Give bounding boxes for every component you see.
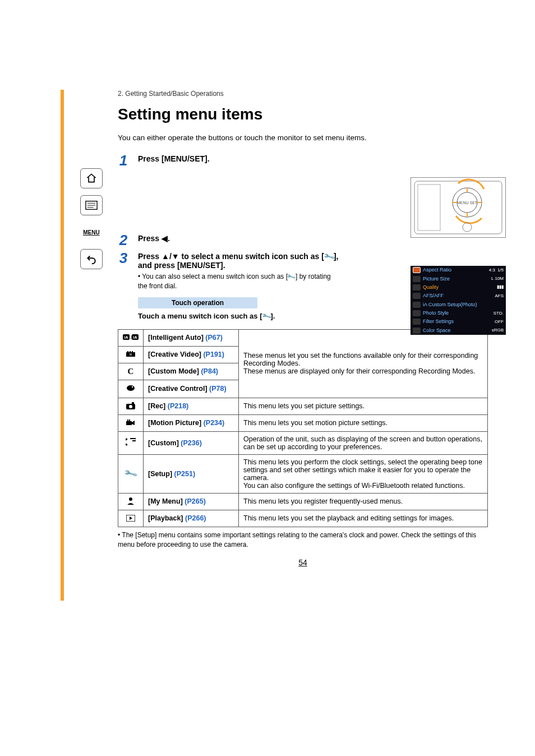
- menu-description: Operation of the unit, such as displayin…: [239, 431, 488, 454]
- step-number: 1: [118, 153, 129, 168]
- creative-control-icon: [118, 380, 144, 398]
- menu-table: iA/iA [Intelligent Auto] (P67) These men…: [118, 329, 488, 527]
- step-3-title: Press ▲/▼ to select a menu switch icon s…: [138, 252, 340, 270]
- menu-text-icon[interactable]: MENU: [80, 222, 103, 242]
- step-3-note: You can also select a menu switch icon s…: [138, 272, 340, 292]
- motion-picture-icon: [118, 414, 144, 431]
- step-number: 2: [118, 233, 129, 247]
- svg-rect-10: [127, 351, 128, 352]
- svg-text:iA: iA: [124, 335, 128, 339]
- page-ref-link[interactable]: (P84): [201, 367, 218, 375]
- rec-icon: [118, 398, 144, 414]
- menu-screen-row: Color SpacesRGB: [411, 326, 506, 335]
- svg-point-15: [132, 386, 133, 388]
- playback-icon: [118, 510, 144, 527]
- menu-screen-row: Aspect Ratio4:31/5: [411, 266, 506, 274]
- menu-description: This menu lets you set motion picture se…: [239, 414, 488, 431]
- table-row: [Rec] (P218): [144, 398, 239, 414]
- step-number: 3: [118, 251, 129, 265]
- menu-screen-row: Quality▮▮▮: [411, 283, 506, 292]
- custom-icon: [118, 431, 144, 454]
- menu-description: This menu lets you set picture settings.: [239, 398, 488, 414]
- table-row: [Setup] (P251): [144, 454, 239, 493]
- svg-point-14: [127, 385, 135, 391]
- sidebar-nav: MENU: [79, 168, 104, 269]
- page-ref-link[interactable]: (P251): [174, 470, 196, 478]
- svg-rect-20: [127, 420, 128, 421]
- svg-rect-11: [130, 351, 131, 352]
- svg-text:MENU SET: MENU SET: [457, 201, 478, 205]
- group-description: These menus let you set the functions av…: [239, 329, 488, 398]
- menu-description: This menu lets you set the playback and …: [239, 510, 488, 527]
- menu-screen-row: Photo StyleSTD.: [411, 309, 506, 317]
- svg-point-18: [129, 405, 132, 408]
- svg-rect-25: [418, 185, 440, 231]
- table-row: [My Menu] (P265): [144, 493, 239, 510]
- page-ref-link[interactable]: (P191): [203, 351, 224, 358]
- menu-screenshot: Aspect Ratio4:31/5Picture SizeL 10MQuali…: [411, 266, 506, 335]
- menu-description: This menu lets you register frequently-u…: [239, 493, 488, 510]
- table-row: [Intelligent Auto] (P67): [144, 329, 239, 346]
- menu-screen-row: iA Custom Setup(Photo): [411, 301, 506, 309]
- touch-instruction: Touch a menu switch icon such as [🔧].: [138, 312, 340, 320]
- page-title: Setting menu items: [118, 105, 488, 123]
- page-ref-link[interactable]: (P265): [185, 497, 206, 505]
- camera-illustration: MENU SET: [411, 177, 506, 238]
- table-row: [Creative Control] (P78): [144, 380, 239, 398]
- home-icon[interactable]: [80, 168, 103, 188]
- custom-mode-icon: C: [118, 363, 144, 380]
- table-row: [Custom Mode] (P84): [144, 363, 239, 380]
- svg-rect-12: [132, 351, 133, 352]
- table-row: [Custom] (P236): [144, 431, 239, 454]
- step-1-title: Press [MENU/SET].: [138, 154, 488, 163]
- table-row: [Motion Picture] (P234): [144, 414, 239, 431]
- touch-operation-badge: Touch operation: [138, 297, 257, 308]
- my-menu-icon: [118, 493, 144, 510]
- svg-rect-17: [132, 402, 134, 404]
- toc-icon[interactable]: [80, 195, 103, 215]
- menu-screen-row: AFS/AFFAFS: [411, 292, 506, 300]
- svg-rect-19: [126, 421, 132, 425]
- footnote: • The [Setup] menu contains some importa…: [118, 531, 488, 550]
- svg-text:iA: iA: [133, 335, 137, 339]
- back-icon[interactable]: [80, 249, 103, 269]
- intelligent-auto-icon: iA/iA: [118, 329, 144, 346]
- page-number: 54: [118, 558, 488, 567]
- menu-screen-row: Picture SizeL 10M: [411, 274, 506, 283]
- page-ref-link[interactable]: (P234): [204, 419, 225, 427]
- page-ref-link[interactable]: (P218): [168, 402, 189, 410]
- svg-rect-21: [129, 420, 130, 421]
- breadcrumb: 2. Getting Started/Basic Operations: [118, 90, 488, 98]
- svg-point-28: [463, 223, 472, 232]
- menu-description: This menu lets you perform the clock set…: [239, 454, 488, 493]
- setup-icon: 🔧: [118, 454, 144, 493]
- page-ref-link[interactable]: (P266): [185, 514, 206, 522]
- page-ref-link[interactable]: (P67): [205, 334, 223, 342]
- page-ref-link[interactable]: (P78): [209, 385, 227, 393]
- creative-video-icon: M: [118, 346, 144, 363]
- svg-text:M: M: [130, 353, 132, 356]
- page-ref-link[interactable]: (P236): [181, 439, 202, 447]
- svg-point-22: [129, 497, 132, 501]
- table-row: [Playback] (P266): [144, 510, 239, 527]
- table-row: [Creative Video] (P191): [144, 346, 239, 363]
- intro-text: You can either operate the buttons or to…: [118, 133, 488, 142]
- accent-bar: [61, 90, 64, 601]
- menu-screen-row: Filter SettingsOFF: [411, 317, 506, 326]
